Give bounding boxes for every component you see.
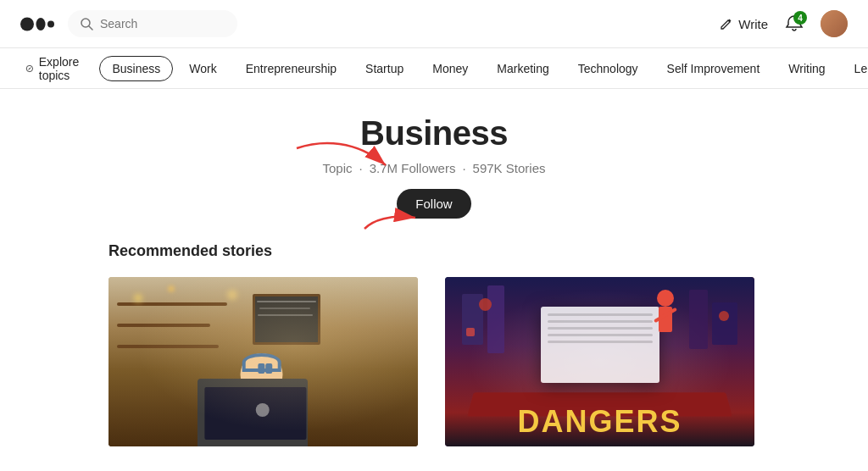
topic-title: Business bbox=[360, 114, 508, 152]
topic-label-work: Work bbox=[189, 62, 216, 75]
coffee-shop-image bbox=[108, 277, 418, 446]
topic-followers: 3.7M Followers bbox=[370, 161, 456, 175]
search-bar[interactable] bbox=[68, 10, 237, 37]
topic-pill-writing[interactable]: Writing bbox=[776, 56, 837, 81]
svg-point-1 bbox=[36, 18, 46, 30]
topic-pill-money[interactable]: Money bbox=[420, 56, 481, 81]
topic-stories: 597K Stories bbox=[473, 161, 546, 175]
dangers-text: DANGERS bbox=[517, 404, 682, 446]
explore-topics-pill[interactable]: Explore topics bbox=[14, 50, 96, 87]
topic-pill-self-improvement[interactable]: Self Improvement bbox=[654, 56, 773, 81]
topic-pill-entrepreneurship[interactable]: Entrepreneurship bbox=[233, 56, 349, 81]
explore-topics-label: Explore topics bbox=[39, 55, 85, 82]
story-card-1[interactable] bbox=[108, 277, 418, 446]
story-card-2[interactable]: DANGERS bbox=[445, 277, 754, 446]
header: Write 4 bbox=[0, 0, 868, 48]
story-cards-row: DANGERS bbox=[108, 277, 760, 446]
svg-point-2 bbox=[47, 20, 54, 27]
topic-pill-business[interactable]: Business bbox=[99, 56, 173, 81]
topic-pill-technology[interactable]: Technology bbox=[565, 56, 651, 81]
dangers-image: DANGERS bbox=[445, 277, 754, 446]
compass-icon bbox=[25, 62, 34, 75]
write-link[interactable]: Write bbox=[720, 17, 768, 31]
meta-dot-1: · bbox=[359, 161, 363, 175]
recommended-title: Recommended stories bbox=[108, 242, 760, 260]
notifications-button[interactable]: 4 bbox=[785, 14, 804, 33]
main-content: Business Topic · 3.7M Followers · 597K S… bbox=[0, 89, 868, 446]
header-right: Write 4 bbox=[720, 10, 848, 37]
topic-meta: Topic · 3.7M Followers · 597K Stories bbox=[323, 161, 546, 175]
topic-label-business: Business bbox=[112, 62, 160, 75]
topic-label-startup: Startup bbox=[365, 62, 403, 75]
topic-type: Topic bbox=[323, 161, 353, 175]
medium-logo[interactable] bbox=[20, 14, 54, 35]
avatar-image bbox=[821, 10, 848, 37]
recommended-section: Recommended stories bbox=[0, 219, 868, 446]
svg-point-0 bbox=[20, 17, 34, 30]
search-input[interactable] bbox=[100, 17, 219, 30]
notification-badge: 4 bbox=[793, 11, 807, 25]
topic-label-writing: Writing bbox=[788, 62, 825, 75]
write-icon bbox=[720, 17, 733, 30]
topic-pill-work[interactable]: Work bbox=[176, 56, 229, 81]
topic-label-more: Le... bbox=[854, 62, 868, 75]
topic-label-technology: Technology bbox=[578, 62, 638, 75]
story-card-image-1 bbox=[108, 277, 418, 446]
topic-label-entrepreneurship: Entrepreneurship bbox=[246, 62, 337, 75]
topic-navigation: Explore topics Business Work Entrepreneu… bbox=[0, 48, 868, 89]
svg-line-4 bbox=[89, 26, 92, 30]
topic-pill-marketing[interactable]: Marketing bbox=[484, 56, 561, 81]
story-card-image-2: DANGERS bbox=[445, 277, 754, 446]
avatar[interactable] bbox=[821, 10, 848, 37]
topic-label-marketing: Marketing bbox=[497, 62, 548, 75]
search-icon bbox=[80, 17, 93, 30]
write-label: Write bbox=[738, 17, 768, 31]
follow-button[interactable]: Follow bbox=[397, 189, 470, 219]
topic-pill-more[interactable]: Le... bbox=[842, 56, 868, 81]
topic-pill-startup[interactable]: Startup bbox=[353, 56, 416, 81]
meta-dot-2: · bbox=[462, 161, 465, 175]
topic-label-money: Money bbox=[432, 62, 468, 75]
topic-label-self-improvement: Self Improvement bbox=[667, 62, 760, 75]
